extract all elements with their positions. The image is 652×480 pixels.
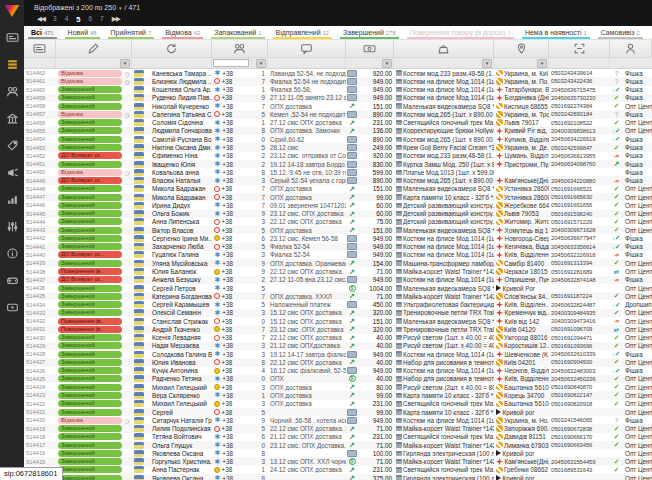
city-filter-dropdown[interactable]: ▼ [537, 59, 547, 68]
person-icon[interactable] [610, 40, 652, 57]
table-row[interactable]: 514455ЗавершенийЛюдмила Гончарова∗+388ОП… [24, 127, 652, 135]
tag-icon[interactable] [0, 132, 24, 159]
table-row[interactable]: 514437ДО Возврат ск..Анжела Безушку∗+382… [24, 276, 652, 284]
count-filter-dropdown[interactable]: ▼ [256, 59, 266, 68]
status-tab[interactable]: Нема в наявності1 [518, 26, 594, 39]
status-tab[interactable]: Відправлений12 [269, 26, 337, 39]
table-row[interactable]: 514450Відмова◷Ковальова анна∗+38815.12. … [24, 168, 652, 176]
video-icon[interactable] [0, 294, 24, 321]
table-row[interactable]: 514429ЗавершенийНадія Мерзаєва∗+38321.12… [24, 342, 652, 350]
bank-icon[interactable] [0, 105, 24, 132]
table-row[interactable]: 514423ЗавершенийВера Скляренко∗+381ОПХ д… [24, 391, 652, 399]
page-number[interactable]: 4 [65, 15, 69, 24]
info-icon[interactable] [0, 240, 24, 267]
megaphone-icon[interactable] [0, 159, 24, 186]
sliders-icon[interactable] [0, 213, 24, 240]
table-row[interactable]: 514442ЗавершенийСергієнко Ірина Ми..+386… [24, 234, 652, 242]
table-row[interactable]: 514460ЗавершенийКошелева Ольга Ар..∗+381… [24, 86, 652, 94]
table-row[interactable]: 514440ДО Возврат ск..Гуцалюк Галина∗+383… [24, 251, 652, 259]
chart-icon[interactable] [0, 186, 24, 213]
table-row[interactable]: 514438Повернення (в..Юлия Баланюк+38922.… [24, 267, 652, 275]
page-number[interactable]: 6 [88, 15, 92, 24]
table-row[interactable]: 514441ЗавершенийЗахарченко Люба+385Фиалк… [24, 243, 652, 251]
chat-bubble-icon[interactable] [268, 40, 346, 57]
table-row[interactable]: 514428ЗавершенийСолодкова Галина В..∗+38… [24, 350, 652, 358]
status-filter-dropdown[interactable]: ▼ [120, 59, 130, 68]
table-row[interactable]: 514421ЗавершенийСергей+38599.00Карта пам… [24, 408, 652, 416]
pencil-icon[interactable] [56, 40, 132, 57]
table-row[interactable]: 514415ЗавершенийГоргулько Христина..∗+38… [24, 457, 652, 465]
table-row[interactable]: 514413ЗавершенийЯковлева Оксана∗+388↗375… [24, 474, 652, 480]
orders-list-icon[interactable] [0, 51, 24, 78]
money-icon[interactable] [346, 40, 394, 57]
table-row[interactable]: 514452ДО Возврат ск..Єфименко Ніна∗+3822… [24, 152, 652, 160]
phone-filter-input[interactable] [213, 59, 249, 67]
status-tab[interactable]: Відмова42 [158, 26, 207, 39]
table-row[interactable]: 514461Відмова◷Близнюк Людмила ..+387Фиал… [24, 77, 652, 85]
status-tab[interactable]: Самовивіз2 [594, 26, 647, 39]
status-tab[interactable]: Запакований1 [207, 26, 268, 39]
table-row[interactable]: 514435ЗавершенийКатерина Богданова+387ОП… [24, 292, 652, 300]
table-row[interactable]: 514443ЗавершенийВіктор Власов+385ОПХ дос… [24, 226, 652, 234]
table-row[interactable]: 514419ЗавершенийЛилия Подолинская+38522.… [24, 424, 652, 432]
table-row[interactable]: 514444ЗавершенийАнна Липенська+38322.12 … [24, 218, 652, 226]
status-tab[interactable]: Повернення товару (в дорозі)0 [403, 26, 518, 39]
table-row[interactable]: 514425ЗавершенийРадченко Тетяна∗+380ОПХ$… [24, 375, 652, 383]
contact-card-icon[interactable] [24, 40, 56, 57]
table-row[interactable]: 514445ЗавершенийОльга Божик∗+38923.12 см… [24, 210, 652, 218]
table-row[interactable]: 514431Повернення (в..Андрій Ткаченко+387… [24, 325, 652, 333]
table-row[interactable]: 514446ЗавершенийИрина Дидух∗+38709.01 зв… [24, 201, 652, 209]
gamepad-icon[interactable] [0, 267, 24, 294]
table-row[interactable]: 514430ЗавершенийКсенія Левадняя+38722.12… [24, 334, 652, 342]
table-row[interactable]: 514414ЗавершенийАнна Пастернак+38124.12 … [24, 466, 652, 474]
bag-icon[interactable] [394, 40, 494, 57]
table-row[interactable]: 514436ЗавершенийСергей Петров∗+385$1004.… [24, 284, 652, 292]
page-number[interactable]: 3 [53, 15, 57, 24]
status-tab[interactable]: Прийнятий7 [104, 26, 159, 39]
table-row[interactable]: 514454ЗавершенийСамотій Руслана Во..∗+38… [24, 135, 652, 143]
status-tab[interactable]: Новий48 [61, 26, 104, 39]
page-size-caret-icon[interactable]: ▾ [119, 5, 122, 11]
table-row[interactable]: 514422ЗавершенийМихаил Гилецький+383ОПХ … [24, 400, 652, 408]
app-logo-icon[interactable] [5, 5, 20, 17]
table-row[interactable]: 514439ЗавершенийУляна Мусійовська∗+389ОП… [24, 259, 652, 267]
first-page-button[interactable]: ◀◀ [37, 15, 45, 23]
table-row[interactable]: 514457Відмова◷Салегина Татьяна С..+385Ке… [24, 110, 652, 118]
status-tab[interactable]: Сервіси0 [647, 26, 652, 39]
table-row[interactable]: 514432Повернення (в..Станіслав Стрижак+3… [24, 317, 652, 325]
table-row[interactable]: 514418ЗавершенийТетяна Войтович∗+38621.1… [24, 433, 652, 441]
card-icon[interactable] [0, 24, 24, 51]
table-row[interactable]: 514449ДО Возврат ск..Власюк Наталья∗+383… [24, 176, 652, 184]
table-row[interactable]: 514420Відмова◷Ситарчук Наталія Гр..∗+389… [24, 416, 652, 424]
table-row[interactable]: 514447ЗавершенийМикола Бадражан+387ОПХ д… [24, 193, 652, 201]
table-row[interactable]: 514453ЗавершенийНікітіна Оксана Дми..∗+3… [24, 143, 652, 151]
tracking-number: 0501692274384 [549, 103, 610, 109]
table-row[interactable]: 514417ЗавершенийОльга Глущук∗+38023.12 с… [24, 441, 652, 449]
page-number[interactable]: 7 [100, 15, 104, 24]
table-row[interactable]: 514424ЗавершенийМихаил Гилецький+383ОПХ … [24, 383, 652, 391]
refresh-icon[interactable] [132, 40, 212, 57]
table-row[interactable]: 514433ЗавершенийОлексій Семанін∗+38315.1… [24, 309, 652, 317]
table-row[interactable]: 514427ЗавершенийЮлия Иванова+38822.12 см… [24, 358, 652, 366]
table-row[interactable]: 514426ЗавершенийКучук Антонина+38416.12 … [24, 367, 652, 375]
table-row[interactable]: 514448ЗавершенийМикола Бадражан+387ОПХ д… [24, 185, 652, 193]
kyivstar-operator-icon: ∗ [214, 417, 221, 423]
table-row[interactable]: 514459ЗавершенийРуденко Лидия Пав..+3892… [24, 94, 652, 102]
table-row[interactable]: 514416ЗавершенийЯковлева Оксана∗+388100.… [24, 449, 652, 457]
price-filter-dropdown[interactable]: ▼ [382, 59, 392, 68]
barcode-scan-icon[interactable] [549, 40, 610, 57]
page-number[interactable]: 5 [76, 15, 80, 24]
status-tab[interactable]: Завершений278 [336, 26, 402, 39]
table-row[interactable]: 514462Відмова◷Каневська Тамара ..∗+381Ла… [24, 69, 652, 77]
last-page-button[interactable]: ▶▶ [112, 15, 120, 23]
table-row[interactable]: 514456ЗавершенийСоломія Сідоніна∗+38127.… [24, 119, 652, 127]
table-row[interactable]: 514458ЗавершенийНиколай Кучеренко∗+387ОП… [24, 102, 652, 110]
table-row[interactable]: 514434ЗавершенийСергей Карамышев∗+385Нал… [24, 300, 652, 308]
location-pin-icon[interactable] [494, 40, 549, 57]
product-filter-dropdown[interactable]: ▼ [482, 59, 492, 68]
people-icon[interactable] [0, 78, 24, 105]
status-tab[interactable]: Всі471 [24, 26, 61, 39]
people-icon[interactable] [212, 40, 268, 57]
table-row[interactable]: 514451ЗавершенийІващенко Юлія∗+38219.12 … [24, 160, 652, 168]
cod-payment-icon: ↗ [349, 342, 355, 350]
